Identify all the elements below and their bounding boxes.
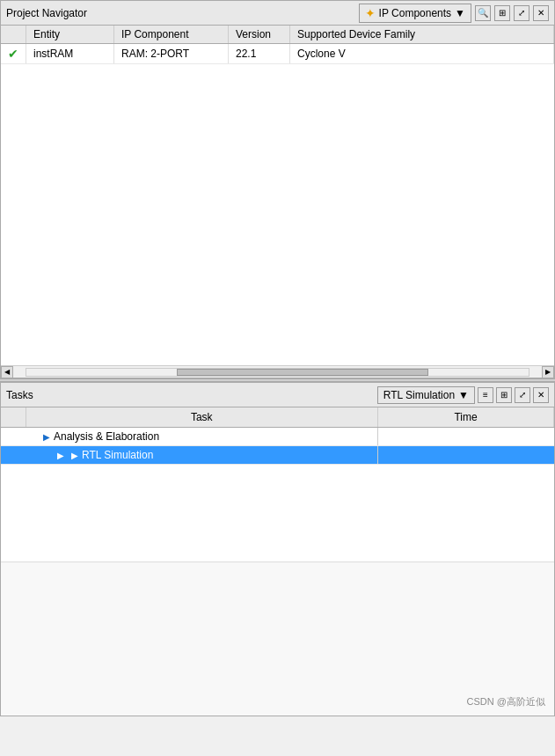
project-navigator-header: Project Navigator ✦ IP Components ▼ 🔍 ⊞ … [1,1,554,26]
dropdown-label: IP Components [379,7,452,19]
rtl-chevron-icon: ▼ [458,389,469,401]
task-time-cell [378,428,554,446]
star-icon: ✦ [365,6,376,20]
navigator-table: Entity IP Component Version Supported De… [1,26,554,64]
col-header-status [1,26,26,44]
tasks-icon2[interactable]: ⊞ [496,387,512,403]
chevron-down-icon: ▼ [455,7,465,19]
row-entity: instRAM [26,44,114,64]
expand-arrow-icon[interactable]: ▶ [57,451,69,460]
play-icon: ▶ [71,451,78,460]
tasks-header-row: Task Time [1,407,554,428]
navigator-scroll-area[interactable]: Entity IP Component Version Supported De… [1,26,554,365]
header-right: ✦ IP Components ▼ 🔍 ⊞ ⤢ ✕ [359,4,549,23]
col-header-device: Supported Device Family [290,26,554,44]
rtl-simulation-dropdown[interactable]: RTL Simulation ▼ [377,386,475,404]
tasks-scroll-area[interactable]: Task Time ▶Analysis & Elaboration ▶▶RTL … [1,407,554,561]
task-status-cell [1,428,26,446]
check-icon: ✔ [8,47,18,61]
col-header-version: Version [229,26,290,44]
maximize-toolbar-icon[interactable]: ⤢ [514,5,529,21]
task-name-cell[interactable]: ▶Analysis & Elaboration [26,428,378,446]
task-row[interactable]: ▶▶RTL Simulation [1,446,554,465]
table-header-row: Entity IP Component Version Supported De… [1,26,554,44]
play-icon: ▶ [43,432,50,442]
scrollbar-thumb[interactable] [177,369,428,376]
row-device-family: Cyclone V [290,44,554,64]
close-toolbar-icon[interactable]: ✕ [533,5,549,21]
tasks-maximize-icon[interactable]: ⤢ [515,387,530,403]
tasks-header: Tasks RTL Simulation ▼ ≡ ⊞ ⤢ ✕ [1,383,554,407]
scrollbar-track[interactable] [26,368,529,377]
tasks-col-time: Time [378,407,554,428]
task-time-cell [378,446,554,465]
tasks-title: Tasks [6,389,33,401]
project-navigator-panel: Project Navigator ✦ IP Components ▼ 🔍 ⊞ … [0,0,555,378]
row-ip-component: RAM: 2-PORT [114,44,229,64]
tasks-header-right: RTL Simulation ▼ ≡ ⊞ ⤢ ✕ [377,386,549,404]
col-header-ip: IP Component [114,26,229,44]
scroll-right-arrow[interactable]: ▶ [542,366,554,378]
watermark: CSDN @高阶近似 [467,695,545,708]
row-status: ✔ [1,44,26,64]
project-navigator-title: Project Navigator [6,7,87,19]
tasks-table: Task Time ▶Analysis & Elaboration ▶▶RTL … [1,407,554,465]
navigator-table-body: ✔ instRAM RAM: 2-PORT 22.1 Cyclone V [1,44,554,64]
tasks-bottom-area [1,561,554,716]
task-row[interactable]: ▶Analysis & Elaboration [1,428,554,446]
scroll-left-arrow[interactable]: ◀ [1,366,13,378]
row-version: 22.1 [229,44,290,64]
rtl-dropdown-label: RTL Simulation [383,389,455,401]
layout-toolbar-icon[interactable]: ⊞ [494,5,510,21]
tasks-close-icon[interactable]: ✕ [533,387,549,403]
header-left: Project Navigator [6,7,87,19]
tasks-col-status [1,407,26,428]
tasks-icon1[interactable]: ≡ [478,387,493,403]
horizontal-scrollbar[interactable]: ◀ ▶ [1,365,554,378]
tasks-panel: Tasks RTL Simulation ▼ ≡ ⊞ ⤢ ✕ Task Time [0,382,555,716]
task-name-cell[interactable]: ▶▶RTL Simulation [26,446,378,465]
search-toolbar-icon[interactable]: 🔍 [475,5,491,21]
tasks-table-body: ▶Analysis & Elaboration ▶▶RTL Simulation [1,428,554,465]
col-header-entity: Entity [26,26,114,44]
ip-components-dropdown[interactable]: ✦ IP Components ▼ [359,4,471,23]
table-row[interactable]: ✔ instRAM RAM: 2-PORT 22.1 Cyclone V [1,44,554,64]
tasks-col-task: Task [26,407,378,428]
task-status-cell [1,446,26,465]
